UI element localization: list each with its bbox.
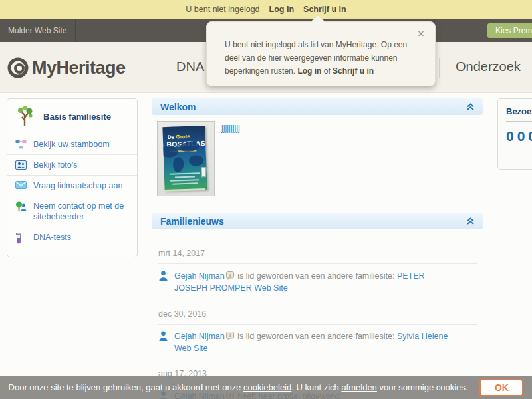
news-panel-title: Familienieuws — [160, 216, 224, 227]
chevron-double-up-icon[interactable] — [466, 102, 475, 111]
news-date: dec 30, 2016 — [158, 309, 477, 319]
book-text-line — [175, 176, 195, 178]
visitors-counter: 000000 — [506, 128, 532, 144]
book-spine-label — [201, 167, 206, 177]
map-shape — [189, 155, 204, 166]
contact-admin-icon — [15, 201, 27, 212]
sidebar-item-label: Bekijk foto's — [33, 160, 77, 170]
nav-item-dna[interactable]: DNA — [176, 59, 204, 74]
sidebar-footer — [7, 249, 137, 257]
person-icon — [158, 331, 174, 354]
welcome-link[interactable]: jjjjjjjjjj — [221, 124, 240, 133]
book-text-line — [170, 179, 199, 182]
cookie-optout-link[interactable]: afmelden — [341, 382, 376, 392]
actor-link[interactable]: Gejah Nijman — [174, 332, 225, 341]
news-panel-header: Familienieuws — [152, 213, 483, 229]
sidebar-item-label: Bekijk uw stamboom — [33, 139, 110, 150]
sidebar-item-contact-beheerder[interactable]: Neem contact op met de sitebeheerder — [7, 196, 137, 227]
login-tooltip: × U bent niet ingelogd als lid van MyHer… — [206, 21, 436, 86]
sidebar-item-label: DNA-tests — [33, 232, 71, 243]
nav-divider — [144, 58, 144, 78]
visitors-card: Bezoekers 000000 — [497, 98, 532, 170]
family-tree-icon — [15, 139, 27, 150]
tab-divider — [75, 19, 76, 42]
login-status-bar: U bent niet ingelogd Log in Schrijf u in — [0, 0, 532, 19]
cookie-ok-button[interactable]: OK — [479, 379, 523, 396]
cookie-policy-link[interactable]: cookiebeleid — [243, 382, 291, 392]
sidebar-item-label: Neem contact op met de sitebeheerder — [33, 201, 130, 222]
tooltip-signup-link[interactable]: Schrijf u in — [332, 66, 374, 76]
info-bubble-icon[interactable]: i — [226, 332, 234, 340]
sidebar-card: Basis familiesite Bekijk uw stamboom Bek… — [7, 98, 138, 257]
nav-divider — [439, 58, 440, 78]
book-title-de: De — [168, 134, 176, 140]
dna-test-icon — [15, 232, 27, 244]
brand-name: MyHeritage — [32, 58, 126, 78]
cookie-consent-bar: Door onze site te blijven gebruiken, gaa… — [0, 376, 532, 399]
visitors-title: Bezoekers — [506, 106, 532, 122]
news-date: mrt 14, 2017 — [158, 249, 477, 258]
close-icon[interactable]: × — [418, 27, 424, 41]
sidebar-item-stamboom[interactable]: Bekijk uw stamboom — [7, 134, 137, 154]
login-link[interactable]: Log in — [269, 5, 295, 14]
tooltip-conjunction: of — [321, 66, 332, 76]
cookie-text-before: Door onze site te blijven gebruiken, gaa… — [9, 382, 243, 392]
sidebar-header: Basis familiesite — [7, 99, 137, 134]
site-title: Mulder Web Site — [8, 19, 66, 42]
cookie-text-after: voor sommige cookies. — [377, 382, 468, 392]
photos-icon — [15, 160, 27, 170]
book-cover: De Grote BOSATLAS — [162, 126, 207, 191]
myheritage-logo-icon — [7, 57, 29, 79]
login-status-text: U bent niet ingelogd — [186, 5, 259, 14]
family-tree-logo-icon — [17, 106, 34, 127]
book-text-line — [170, 172, 200, 175]
map-shape — [173, 157, 184, 172]
sidebar-item-dna-tests[interactable]: DNA-tests — [7, 227, 137, 249]
tooltip-login-link[interactable]: Log in — [297, 66, 321, 76]
welcome-panel-header: Welkom — [152, 98, 483, 115]
welcome-book-image[interactable]: De Grote BOSATLAS — [157, 121, 215, 196]
news-item: Gejah Nijmani is lid geworden van een an… — [158, 324, 477, 354]
cookie-text: Door onze site te blijven gebruiken, gaa… — [9, 382, 468, 392]
sidebar-title: Basis familiesite — [43, 112, 111, 122]
news-item: Gejah Nijmani is lid geworden van een an… — [158, 263, 477, 294]
chevron-double-up-icon[interactable] — [466, 217, 475, 225]
news-list: mrt 14, 2017 Gejah Nijmani is lid geword… — [158, 229, 477, 399]
actor-link[interactable]: Gejah Nijman — [174, 271, 225, 281]
sidebar-item-lidmaatschap[interactable]: Vraag lidmaatschap aan — [7, 175, 137, 196]
tab-divider — [481, 19, 481, 42]
news-action-text: is lid geworden van een andere familiesi… — [235, 332, 397, 341]
sidebar-item-label: Vraag lidmaatschap aan — [33, 180, 122, 191]
sidebar-item-fotos[interactable]: Bekijk foto's — [7, 154, 137, 175]
cookie-text-middle: . U kunt zich — [291, 382, 341, 392]
news-text: Gejah Nijmani is lid geworden van een an… — [174, 270, 460, 294]
map-shape — [162, 145, 178, 158]
info-bubble-icon[interactable]: i — [226, 271, 234, 280]
person-icon — [158, 270, 174, 294]
signup-link[interactable]: Schrijf u in — [303, 5, 346, 14]
news-text: Gejah Nijmani is lid geworden van een an… — [174, 331, 460, 354]
nav-item-onderzoek[interactable]: Onderzoek — [456, 59, 521, 74]
news-action-text: is lid geworden van een andere familiesi… — [235, 271, 397, 281]
book-text-line — [172, 182, 198, 184]
premium-button[interactable]: Kies Premium — [487, 23, 532, 38]
myheritage-logo[interactable]: MyHeritage — [7, 57, 126, 79]
envelope-icon — [15, 180, 27, 189]
welcome-panel-title: Welkom — [160, 102, 196, 112]
